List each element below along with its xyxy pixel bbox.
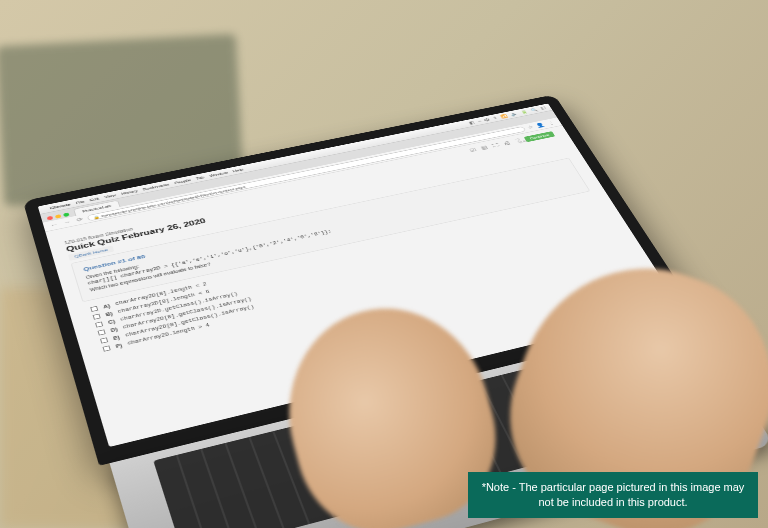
- checkbox-icon[interactable]: [95, 321, 103, 327]
- answer-label: E): [113, 335, 121, 341]
- checkbox-icon[interactable]: [90, 306, 98, 312]
- tray-icon[interactable]: ◧: [468, 120, 476, 125]
- checkbox-icon[interactable]: [100, 337, 108, 343]
- wifi-icon[interactable]: 📶: [499, 113, 508, 118]
- disclaimer-banner: *Note - The particular page pictured in …: [468, 472, 758, 518]
- menu-view[interactable]: View: [104, 193, 117, 199]
- answer-label: F): [115, 343, 122, 349]
- forward-icon[interactable]: →: [61, 219, 72, 226]
- bookmark-icon[interactable]: ☆: [526, 124, 534, 130]
- menu-file[interactable]: File: [75, 199, 85, 204]
- maximize-icon[interactable]: ⛶: [490, 142, 501, 149]
- answer-label: D): [110, 327, 118, 333]
- columns-icon[interactable]: ▤: [479, 145, 490, 152]
- menu-icon[interactable]: ⋮: [546, 120, 557, 126]
- back-icon[interactable]: ←: [49, 221, 60, 228]
- review-icon[interactable]: ☑: [468, 147, 479, 154]
- tray-icon[interactable]: ⏻: [483, 117, 491, 122]
- profile-icon[interactable]: 👤: [535, 122, 546, 128]
- menu-edit[interactable]: Edit: [89, 196, 99, 201]
- search-icon[interactable]: 🔍: [530, 107, 539, 112]
- checkbox-icon[interactable]: [93, 314, 101, 320]
- checkbox-icon[interactable]: [102, 345, 110, 351]
- menu-help[interactable]: Help: [232, 167, 244, 172]
- answer-label: B): [105, 311, 113, 317]
- battery-icon[interactable]: 🔋: [520, 109, 529, 114]
- answer-label: C): [108, 319, 116, 325]
- print-icon[interactable]: 🖨: [502, 140, 513, 147]
- checkbox-icon[interactable]: [97, 329, 105, 335]
- tray-icon[interactable]: ⌁: [477, 119, 483, 124]
- tray-icon[interactable]: ⇪: [492, 115, 499, 120]
- lock-icon: 🔒: [93, 215, 100, 220]
- control-center-icon[interactable]: ☰: [540, 106, 547, 111]
- menu-tab[interactable]: Tab: [195, 175, 205, 180]
- volume-icon[interactable]: 🔈: [509, 111, 518, 116]
- reload-icon[interactable]: ⟳: [74, 216, 85, 223]
- answer-label: A): [103, 303, 111, 309]
